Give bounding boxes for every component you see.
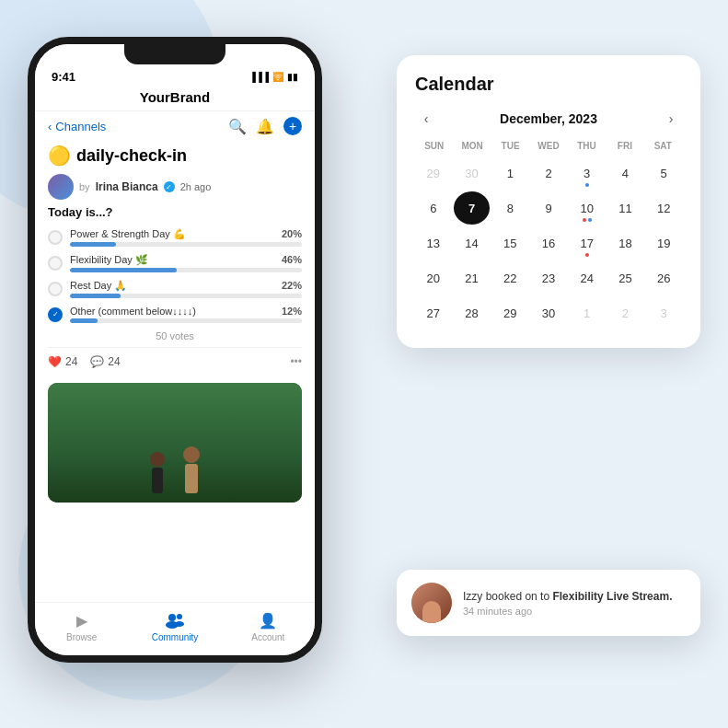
search-icon[interactable]: 🔍 [228, 118, 247, 135]
weekday-TUE: TUE [491, 141, 529, 151]
cal-day-5[interactable]: 4 [607, 156, 644, 190]
cal-day-34[interactable]: 3 [645, 296, 682, 329]
post-area: by Irina Bianca ✓ 2h ago Today is...? Po… [35, 174, 315, 602]
comment-reaction[interactable]: 💬 24 [90, 355, 120, 368]
nav-account[interactable]: 👤 Account [222, 610, 315, 642]
post-question: Today is...? [48, 205, 302, 219]
prev-month-button[interactable]: ‹ [415, 108, 437, 130]
calendar-title: Calendar [415, 74, 682, 95]
cal-day-8[interactable]: 7 [454, 191, 491, 225]
cal-day-32[interactable]: 1 [569, 296, 606, 329]
phone-nav: ‹ Channels 🔍 🔔 + [35, 111, 315, 141]
cal-day-29[interactable]: 28 [454, 296, 491, 329]
cal-day-24[interactable]: 23 [530, 261, 567, 295]
notif-user: Izzy [463, 590, 482, 603]
status-time: 9:41 [52, 70, 75, 84]
cal-day-20[interactable]: 19 [645, 226, 682, 260]
cal-day-num-4: 3 [584, 167, 590, 180]
back-nav[interactable]: ‹ Channels [48, 120, 106, 133]
cal-day-num-14: 13 [427, 237, 440, 250]
cal-day-num-0: 29 [427, 167, 440, 180]
weekday-THU: THU [568, 141, 606, 151]
cal-day-9[interactable]: 8 [491, 191, 528, 225]
cal-day-0[interactable]: 29 [415, 156, 452, 190]
by-label: by [79, 181, 90, 192]
cal-day-7[interactable]: 6 [415, 191, 452, 225]
cal-day-28[interactable]: 27 [415, 296, 452, 329]
svg-point-0 [168, 614, 176, 621]
cal-day-num-11: 10 [580, 202, 593, 215]
poll-pct-2: 22% [282, 280, 302, 292]
poll-pct-3: 12% [282, 306, 302, 317]
add-icon[interactable]: + [283, 117, 302, 135]
cal-day-num-3: 2 [545, 167, 551, 180]
cal-day-6[interactable]: 5 [645, 156, 682, 190]
cal-day-19[interactable]: 18 [607, 226, 644, 260]
cal-day-15[interactable]: 14 [454, 226, 491, 260]
comment-icon: 💬 [90, 355, 104, 368]
cal-day-11[interactable]: 10 [569, 191, 606, 225]
chevron-left-icon: ‹ [48, 120, 52, 133]
cal-day-14[interactable]: 13 [415, 226, 452, 260]
cal-day-num-8: 7 [468, 202, 475, 215]
cal-day-3[interactable]: 2 [530, 156, 567, 190]
cal-day-23[interactable]: 22 [491, 261, 528, 295]
poll-label-2: Rest Day 🙏 [70, 280, 127, 292]
cal-day-num-29: 28 [465, 306, 478, 320]
poll-radio-0 [48, 230, 63, 245]
cal-day-num-13: 12 [657, 202, 670, 215]
figure-right [183, 446, 200, 493]
comment-count: 24 [108, 355, 120, 368]
poll-option-1[interactable]: Flexibility Day 🌿 46% [48, 254, 302, 272]
poll-bar-container-0: Power & Strength Day 💪 20% [70, 228, 302, 247]
nav-community[interactable]: Community [128, 610, 221, 642]
cal-day-4[interactable]: 3 [569, 156, 606, 190]
cal-day-26[interactable]: 25 [607, 261, 644, 295]
cal-day-31[interactable]: 30 [530, 296, 567, 329]
cal-day-1[interactable]: 30 [454, 156, 491, 190]
poll-label-3: Other (comment below↓↓↓↓) [70, 306, 196, 317]
cal-day-num-24: 23 [542, 272, 555, 285]
cal-day-num-9: 8 [507, 202, 514, 215]
calendar-card: Calendar ‹ December, 2023 › SUNMONTUEWED… [397, 55, 700, 348]
cal-day-num-10: 9 [545, 202, 551, 215]
cal-day-num-18: 17 [580, 237, 593, 250]
cal-day-10[interactable]: 9 [530, 191, 567, 225]
poll-pct-0: 20% [282, 228, 302, 240]
cal-day-16[interactable]: 15 [491, 226, 528, 260]
heart-reaction[interactable]: ❤️ 24 [48, 355, 77, 368]
post-reactions: ❤️ 24 💬 24 ••• [48, 347, 302, 376]
weekday-SAT: SAT [644, 141, 682, 151]
cal-day-2[interactable]: 1 [491, 156, 528, 190]
bell-icon[interactable]: 🔔 [256, 118, 274, 135]
poll-bar-fill-2 [70, 294, 121, 298]
cal-day-22[interactable]: 21 [454, 261, 491, 295]
poll-option-0[interactable]: Power & Strength Day 💪 20% [48, 228, 302, 247]
poll-radio-2 [48, 282, 63, 296]
cal-day-12[interactable]: 11 [607, 191, 644, 225]
cal-day-num-30: 29 [503, 306, 516, 320]
poll-option-2[interactable]: Rest Day 🙏 22% [48, 280, 302, 298]
notif-avatar [411, 583, 452, 623]
notif-action: booked on to [486, 590, 553, 603]
poll-bar-container-3: Other (comment below↓↓↓↓) 12% [70, 306, 302, 323]
post-author: Irina Bianca [96, 180, 158, 193]
cal-day-27[interactable]: 26 [645, 261, 682, 295]
cal-day-21[interactable]: 20 [415, 261, 452, 295]
poll-radio-3: ✓ [48, 307, 63, 322]
nav-browse[interactable]: ▶ Browse [35, 610, 128, 642]
poll-label-1: Flexibility Day 🌿 [70, 254, 148, 266]
cal-day-num-23: 22 [503, 272, 516, 285]
cal-day-25[interactable]: 24 [569, 261, 606, 295]
next-month-button[interactable]: › [660, 108, 682, 130]
cal-day-33[interactable]: 2 [607, 296, 644, 329]
poll-option-3[interactable]: ✓ Other (comment below↓↓↓↓) 12% [48, 306, 302, 323]
cal-day-num-28: 27 [427, 306, 440, 320]
author-avatar [48, 174, 74, 200]
cal-day-17[interactable]: 16 [530, 226, 567, 260]
cal-day-num-31: 30 [542, 306, 555, 320]
more-button[interactable]: ••• [290, 355, 302, 368]
cal-day-13[interactable]: 12 [645, 191, 682, 225]
cal-day-18[interactable]: 17 [569, 226, 606, 260]
cal-day-30[interactable]: 29 [491, 296, 528, 329]
